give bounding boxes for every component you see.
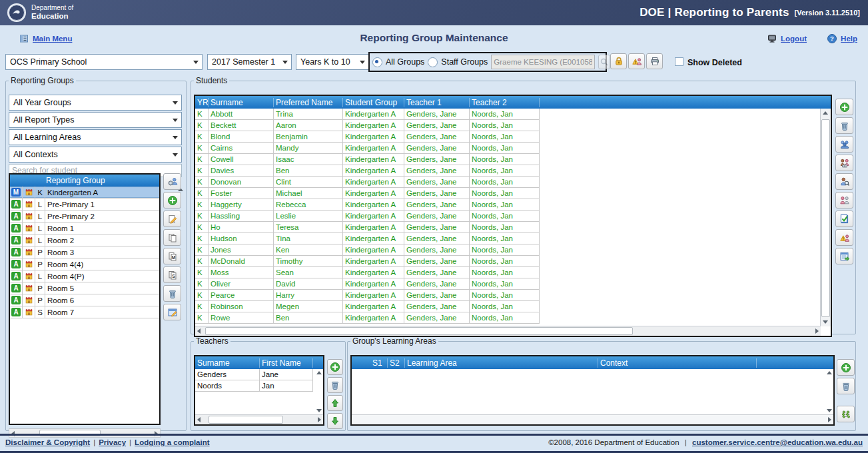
- student-row[interactable]: KCowellIsaacKindergarten AGenders, JaneN…: [195, 154, 831, 165]
- copy-group-m-button[interactable]: [163, 248, 181, 264]
- learning-areas-horizontal-scrollbar[interactable]: [352, 414, 833, 424]
- add-student-button[interactable]: [835, 99, 853, 115]
- students-horizontal-scrollbar[interactable]: [195, 326, 821, 336]
- col-teacher-first-name[interactable]: First Name: [260, 358, 313, 368]
- staff-groups-radio[interactable]: [428, 57, 438, 67]
- student-row[interactable]: KPearceHarryKindergarten AGenders, JaneN…: [195, 290, 831, 301]
- remove-student-button[interactable]: [835, 117, 853, 134]
- add-learning-area-button[interactable]: [837, 359, 855, 376]
- teachers-scroll-up[interactable]: [316, 371, 322, 374]
- move-teacher-up-button[interactable]: [327, 395, 343, 411]
- year-groups-filter-select[interactable]: All Year Groups: [9, 95, 182, 111]
- print-button[interactable]: [646, 53, 663, 69]
- reporting-group-row[interactable]: ALRoom 4(P): [10, 270, 159, 282]
- report-types-filter-select[interactable]: All Report Types: [9, 112, 182, 128]
- learning-areas-scroll-down[interactable]: [827, 409, 832, 412]
- move-teacher-down-button[interactable]: [327, 413, 343, 429]
- student-alerts-button[interactable]: [835, 229, 853, 246]
- logout-link[interactable]: Logout: [781, 35, 807, 43]
- student-row[interactable]: KCairnsMandyKindergarten AGenders, JaneN…: [195, 143, 831, 154]
- student-row[interactable]: KDaviesBenKindergarten AGenders, JaneNoo…: [195, 165, 831, 177]
- col-s2[interactable]: S2: [388, 358, 405, 368]
- student-group-button[interactable]: [835, 136, 853, 153]
- add-teacher-button[interactable]: [327, 359, 343, 375]
- student-row[interactable]: KMcDonaldTimothyKindergarten AGenders, J…: [195, 256, 831, 267]
- col-teacher-2[interactable]: Teacher 2: [470, 98, 540, 107]
- reporting-group-row[interactable]: ALRoom 1: [10, 223, 159, 234]
- footer-link[interactable]: Disclaimer & Copyright: [5, 438, 90, 446]
- student-pair-book-button[interactable]: [835, 155, 853, 171]
- col-student-group[interactable]: Student Group: [343, 98, 404, 107]
- students-vertical-scrollbar[interactable]: [820, 109, 831, 326]
- school-select[interactable]: OCS Primary School: [5, 54, 203, 70]
- all-groups-radio[interactable]: [372, 57, 382, 67]
- copy-group-button[interactable]: [163, 229, 181, 246]
- staff-search-input[interactable]: [491, 55, 595, 69]
- student-row[interactable]: KBlondBenjaminKindergarten AGenders, Jan…: [195, 131, 831, 143]
- student-row[interactable]: KRoweBenKindergarten AGenders, JaneNoord…: [195, 312, 831, 324]
- learning-areas-scroll-up[interactable]: [827, 371, 832, 374]
- reporting-group-row[interactable]: ALPre-Primary 2: [10, 211, 159, 223]
- remove-learning-area-button[interactable]: [837, 378, 855, 394]
- help-link[interactable]: Help: [841, 35, 857, 43]
- reporting-group-horizontal-scrollbar[interactable]: [9, 428, 161, 438]
- edit-group-button[interactable]: [163, 211, 181, 227]
- reporting-group-row[interactable]: APRoom 5: [10, 282, 159, 294]
- student-row[interactable]: KJonesKenKindergarten AGenders, JaneNoor…: [195, 244, 831, 256]
- col-teacher-1[interactable]: Teacher 1: [404, 98, 470, 107]
- col-s1[interactable]: S1: [370, 358, 388, 368]
- learning-areas-filter-select[interactable]: All Learning Areas: [9, 129, 182, 145]
- delete-group-button[interactable]: [163, 285, 181, 302]
- reporting-group-row[interactable]: ALPre-Primary 1: [10, 199, 159, 211]
- reporting-group-row[interactable]: MKKindergarten A: [10, 187, 159, 199]
- edit-group-details-button[interactable]: [163, 304, 181, 320]
- add-group-button[interactable]: [163, 192, 181, 209]
- years-select[interactable]: Years K to 10: [296, 54, 369, 70]
- validate-students-button[interactable]: [835, 211, 853, 227]
- reporting-group-row[interactable]: APRoom 4(4): [10, 258, 159, 270]
- student-row[interactable]: KHaggertyRebeccaKindergarten AGenders, J…: [195, 199, 831, 211]
- copy-group-s-button[interactable]: [163, 266, 181, 283]
- logout-monitor-icon[interactable]: [767, 33, 777, 44]
- student-row[interactable]: KBeckettAaronKindergarten AGenders, Jane…: [195, 120, 831, 131]
- contexts-filter-select[interactable]: All Contexts: [9, 147, 182, 163]
- col-teacher-surname[interactable]: Surname: [195, 358, 260, 368]
- student-row[interactable]: KRobinsonMegenKindergarten AGenders, Jan…: [195, 301, 831, 312]
- teachers-scroll-down[interactable]: [316, 409, 322, 412]
- reporting-group-row[interactable]: ALRoom 2: [10, 234, 159, 246]
- staff-search-button[interactable]: [598, 55, 610, 69]
- col-surname[interactable]: Surname: [209, 98, 274, 107]
- show-deleted-checkbox[interactable]: [675, 57, 683, 66]
- col-yr[interactable]: YR: [195, 98, 209, 107]
- teacher-row[interactable]: GendersJane: [195, 369, 323, 380]
- group-members-settings-button[interactable]: [163, 173, 181, 190]
- remove-teacher-button[interactable]: [327, 377, 343, 393]
- reporting-group-row[interactable]: APRoom 6: [10, 294, 159, 306]
- lock-button[interactable]: [610, 53, 627, 69]
- col-preferred-name[interactable]: Preferred Name: [274, 98, 343, 107]
- main-menu-link[interactable]: Main Menu: [33, 35, 72, 43]
- reporting-group-row[interactable]: ASRoom 7: [10, 306, 159, 318]
- footer-link[interactable]: Privacy: [99, 438, 126, 446]
- semester-select[interactable]: 2017 Semester 1: [207, 54, 292, 70]
- teacher-row[interactable]: NoordsJan: [195, 380, 323, 392]
- teachers-horizontal-scrollbar[interactable]: [195, 414, 323, 424]
- export-students-button[interactable]: [835, 248, 853, 264]
- student-row[interactable]: KHudsonTinaKindergarten AGenders, JaneNo…: [195, 233, 831, 244]
- student-row[interactable]: KFosterMichaelKindergarten AGenders, Jan…: [195, 188, 831, 199]
- contact-email-link[interactable]: customer.service.centre@education.wa.edu…: [692, 438, 863, 446]
- student-row[interactable]: KHasslingLeslieKindergarten AGenders, Ja…: [195, 211, 831, 222]
- reporting-group-row[interactable]: APRoom 3: [10, 246, 159, 258]
- find-student-button[interactable]: [835, 173, 853, 190]
- col-learning-area[interactable]: Learning Area: [405, 358, 598, 368]
- student-row[interactable]: KOliverDavidKindergarten AGenders, JaneN…: [195, 278, 831, 290]
- help-icon[interactable]: [827, 33, 837, 44]
- student-pair-button[interactable]: [835, 192, 853, 209]
- main-menu-icon[interactable]: [19, 33, 29, 44]
- student-row[interactable]: KAbbottTrinaKindergarten AGenders, JaneN…: [195, 109, 831, 120]
- map-learning-areas-button[interactable]: [837, 406, 855, 422]
- student-alert-button[interactable]: [628, 53, 645, 69]
- footer-link[interactable]: Lodging a complaint: [135, 438, 209, 446]
- student-row[interactable]: KHoTeresaKindergarten AGenders, JaneNoor…: [195, 222, 831, 233]
- student-row[interactable]: KDonovanClintKindergarten AGenders, Jane…: [195, 177, 831, 188]
